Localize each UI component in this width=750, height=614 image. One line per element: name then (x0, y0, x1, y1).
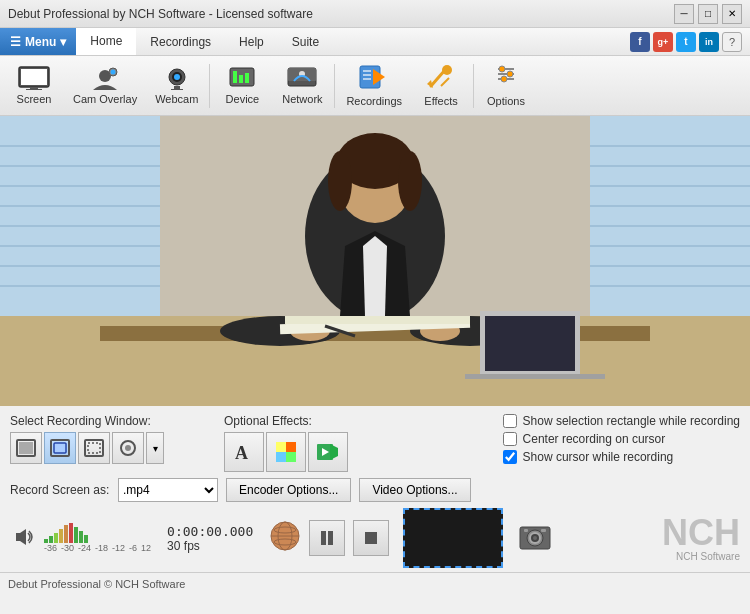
rw-dropdown-button[interactable]: ▾ (146, 432, 164, 464)
menu-item-recordings[interactable]: Recordings (136, 28, 225, 55)
cam-overlay-icon (89, 66, 121, 93)
nch-logo-text: NCH (662, 515, 740, 551)
options-label: Options (487, 95, 525, 107)
webcam-label: Webcam (155, 93, 198, 105)
checkbox-show-rect-row: Show selection rectangle while recording (503, 414, 740, 428)
linkedin-button[interactable]: in (699, 32, 719, 52)
svg-rect-74 (88, 443, 100, 453)
screenshot-button[interactable] (515, 518, 555, 558)
svg-marker-83 (330, 444, 338, 460)
menu-label: Menu (25, 35, 56, 49)
recording-window-buttons: ▾ (10, 432, 164, 464)
rw-window-button[interactable] (44, 432, 76, 464)
status-text: Debut Professional © NCH Software (8, 578, 185, 590)
help-button[interactable]: ? (722, 32, 742, 52)
svg-rect-66 (465, 374, 605, 379)
globe-button[interactable] (267, 520, 303, 556)
video-preview (0, 116, 750, 406)
effect-video-button[interactable] (308, 432, 348, 472)
svg-rect-100 (524, 529, 528, 532)
effect-color-button[interactable] (266, 432, 306, 472)
video-options-button[interactable]: Video Options... (359, 478, 470, 502)
cam-overlay-label: Cam Overlay (73, 93, 137, 105)
audio-level-display: -36 -30 -24 -18 -12 -6 12 (44, 523, 151, 553)
time-counter: 0:00:00.000 (167, 524, 253, 539)
facebook-button[interactable]: f (630, 32, 650, 52)
recordings-label: Recordings (346, 95, 402, 107)
svg-point-28 (499, 66, 505, 72)
toolbar-cam-overlay[interactable]: Cam Overlay (64, 59, 146, 113)
svg-rect-21 (363, 70, 371, 72)
svg-rect-3 (26, 89, 42, 90)
menu-bar: ☰ Menu ▾ Home Recordings Help Suite f g+… (0, 28, 750, 56)
close-button[interactable]: ✕ (722, 4, 742, 24)
title-bar: Debut Professional by NCH Software - Lic… (0, 0, 750, 28)
options-icon (490, 64, 522, 95)
svg-text:A: A (235, 443, 248, 463)
nch-software-text: NCH Software (676, 551, 740, 562)
svg-rect-14 (239, 75, 243, 83)
controls-row2: Record Screen as: .mp4 .avi .mkv .wmv En… (10, 478, 740, 502)
effects-buttons: A (224, 432, 348, 472)
maximize-button[interactable]: □ (698, 4, 718, 24)
recording-window-section: Select Recording Window: ▾ (10, 414, 164, 464)
network-icon (286, 66, 318, 93)
controls-row1: Select Recording Window: ▾ Optional Effe… (10, 414, 740, 472)
window-controls: ─ □ ✕ (674, 4, 742, 24)
show-rect-checkbox[interactable] (503, 414, 517, 428)
toolbar-options[interactable]: Options (476, 59, 536, 113)
svg-rect-72 (55, 444, 65, 452)
svg-point-30 (501, 76, 507, 82)
show-cursor-checkbox[interactable] (503, 450, 517, 464)
twitter-button[interactable]: t (676, 32, 696, 52)
rw-region-button[interactable] (78, 432, 110, 464)
menu-bar-right: f g+ t in ? (630, 28, 750, 55)
window-title: Debut Professional by NCH Software - Lic… (8, 7, 313, 21)
video-area (0, 116, 750, 406)
menu-item-help[interactable]: Help (225, 28, 278, 55)
toolbar-recordings[interactable]: Recordings (337, 59, 411, 113)
toolbar-screen[interactable]: Screen (4, 59, 64, 113)
menu-item-home[interactable]: Home (76, 28, 136, 55)
stop-button[interactable] (353, 520, 389, 556)
svg-marker-85 (16, 529, 26, 545)
svg-rect-78 (276, 442, 286, 452)
svg-rect-22 (363, 74, 371, 76)
toolbar-network[interactable]: Network (272, 59, 332, 113)
svg-rect-65 (485, 316, 575, 371)
pause-button[interactable] (309, 520, 345, 556)
minimize-button[interactable]: ─ (674, 4, 694, 24)
effects-icon (425, 64, 457, 95)
rw-custom-button[interactable] (112, 432, 144, 464)
recordings-icon (358, 64, 390, 95)
svg-rect-10 (174, 86, 180, 89)
toolbar-separator-1 (209, 64, 210, 108)
show-cursor-label: Show cursor while recording (523, 450, 674, 464)
svg-point-98 (533, 536, 537, 540)
toolbar-effects[interactable]: Effects (411, 59, 471, 113)
googleplus-button[interactable]: g+ (653, 32, 673, 52)
center-cursor-checkbox[interactable] (503, 432, 517, 446)
menu-item-suite[interactable]: Suite (278, 28, 333, 55)
nch-logo: NCH NCH Software (662, 515, 740, 562)
toolbar-device[interactable]: Device (212, 59, 272, 113)
svg-point-6 (111, 70, 116, 75)
effect-text-button[interactable]: A (224, 432, 264, 472)
effects-label: Effects (424, 95, 457, 107)
toolbar-separator-3 (473, 64, 474, 108)
svg-rect-93 (365, 532, 377, 544)
recording-window-label: Select Recording Window: (10, 414, 164, 428)
volume-button[interactable] (10, 524, 38, 552)
encoder-options-button[interactable]: Encoder Options... (226, 478, 351, 502)
svg-rect-81 (286, 452, 296, 462)
format-select[interactable]: .mp4 .avi .mkv .wmv (118, 478, 218, 502)
rw-fullscreen-button[interactable] (10, 432, 42, 464)
network-label: Network (282, 93, 322, 105)
controls-row3: -36 -30 -24 -18 -12 -6 12 0:00:00.000 30… (10, 508, 740, 568)
toolbar-webcam[interactable]: Webcam (146, 59, 207, 113)
checkbox-center-cursor-row: Center recording on cursor (503, 432, 740, 446)
menu-dropdown-button[interactable]: ☰ Menu ▾ (0, 28, 76, 55)
screen-icon (18, 66, 50, 93)
effects-label-text: Optional Effects: (224, 414, 348, 428)
device-label: Device (226, 93, 260, 105)
